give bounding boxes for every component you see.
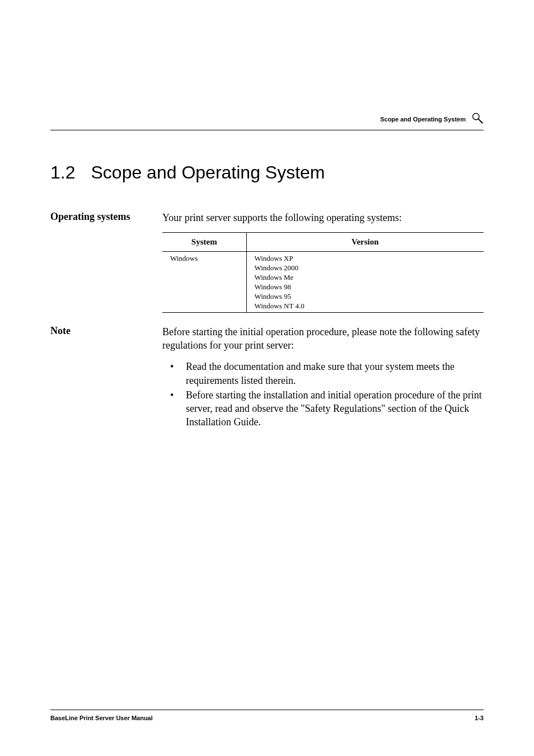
list-item: Read the documentation and make sure tha… xyxy=(162,360,484,387)
section-heading: 1.2Scope and Operating System xyxy=(50,162,484,183)
table-cell-versions: Windows XP Windows 2000 Windows Me Windo… xyxy=(246,252,484,312)
operating-systems-row: Operating systems Your print server supp… xyxy=(50,211,484,313)
running-header: Scope and Operating System xyxy=(50,112,484,130)
os-table: System Version Windows Windows XP Window… xyxy=(162,232,484,312)
table-header-version: Version xyxy=(246,233,484,252)
section-title: Scope and Operating System xyxy=(91,162,325,182)
note-paragraph: Before starting the initial operation pr… xyxy=(162,325,484,353)
version-item: Windows NT 4.0 xyxy=(255,302,476,311)
note-body: Before starting the initial operation pr… xyxy=(162,325,484,430)
section-number: 1.2 xyxy=(50,162,75,183)
intro-paragraph: Your print server supports the following… xyxy=(162,211,484,224)
version-item: Windows XP xyxy=(255,254,476,264)
version-item: Windows 95 xyxy=(255,292,476,302)
footer-rule xyxy=(50,710,484,710)
table-row: Windows Windows XP Windows 2000 Windows … xyxy=(162,252,484,312)
operating-systems-body: Your print server supports the following… xyxy=(162,211,484,313)
footer-page-number: 1-3 xyxy=(475,715,484,721)
margin-label-note: Note xyxy=(50,325,162,430)
version-item: Windows 2000 xyxy=(255,264,476,273)
footer-manual-title: BaseLine Print Server User Manual xyxy=(50,715,153,721)
table-header-row: System Version xyxy=(162,233,484,252)
document-page: Scope and Operating System 1.2Scope and … xyxy=(0,0,534,756)
header-rule xyxy=(50,130,484,130)
version-item: Windows 98 xyxy=(255,283,476,292)
page-footer: BaseLine Print Server User Manual 1-3 xyxy=(50,710,484,721)
table-cell-system: Windows xyxy=(162,252,246,312)
footer-row: BaseLine Print Server User Manual 1-3 xyxy=(50,715,484,721)
table-header-system: System xyxy=(162,233,246,252)
version-item: Windows Me xyxy=(255,273,476,283)
note-bullet-list: Read the documentation and make sure tha… xyxy=(162,360,484,429)
margin-label-operating-systems: Operating systems xyxy=(50,211,162,313)
note-row: Note Before starting the initial operati… xyxy=(50,325,484,430)
list-item: Before starting the installation and ini… xyxy=(162,388,484,429)
running-header-text: Scope and Operating System xyxy=(380,116,466,123)
magnifier-icon xyxy=(471,112,484,126)
